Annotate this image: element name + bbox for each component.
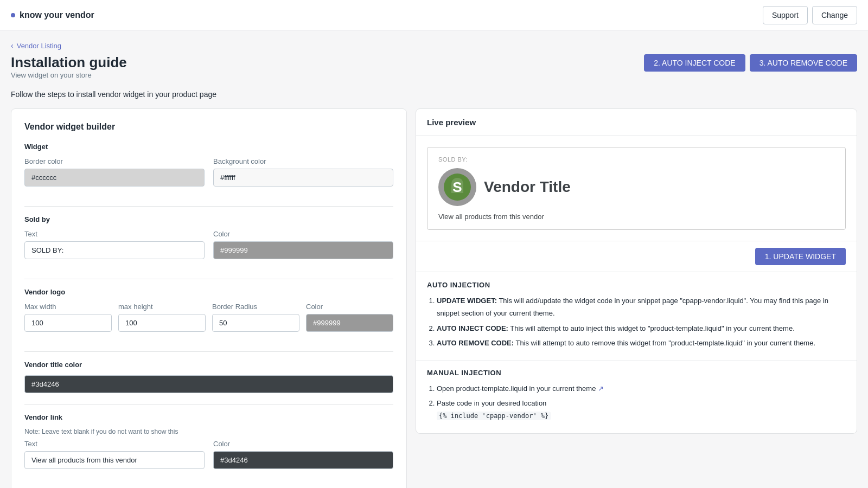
background-color-label: Backgrount color [213,157,393,165]
manual-injection-item-1: Open product-template.liquid in your cur… [437,382,846,395]
vendor-logo-preview: S [438,168,476,206]
title-buttons: 2. AUTO INJECT CODE 3. AUTO REMOVE CODE [644,54,857,72]
divider-2 [24,279,393,279]
auto-injection-item-3: AUTO REMOVE CODE: This will attempt to a… [437,337,846,349]
manual-injection-title: MANUAL INJECTION [427,369,846,377]
background-color-input[interactable] [213,169,393,187]
page-title-left: Installation guide View widget on your s… [11,54,127,88]
view-all-products-link[interactable]: View all products from this vendor [438,213,834,221]
page-title: Installation guide [11,54,127,71]
manual-injection-section: MANUAL INJECTION Open product-template.l… [416,361,857,433]
vendor-title-color-input[interactable] [24,375,393,393]
max-height-group: max height [118,303,206,332]
border-radius-label: Border Radius [212,303,299,311]
vendor-link-note: Note: Leave text blank if you do not wan… [24,428,393,435]
vendor-link-section-label: Vendor link [24,413,393,421]
sold-by-row: Text Color [24,230,393,270]
border-background-row: Border color Backgrount color [24,157,393,197]
vendor-title-color-label: Vendor title color [24,361,393,369]
auto-injection-title: AUTO INJECTION [427,281,846,289]
max-width-label: Max width [24,303,112,311]
page-content: ‹ Vendor Listing Installation guide View… [0,30,868,488]
open-template-link[interactable]: ↗ [598,384,604,393]
background-color-group: Backgrount color [213,157,393,187]
panel-title: Vendor widget builder [24,122,393,132]
vendor-link-color-group: Color [213,440,393,469]
auto-injection-text-2: This will attempt to auto inject this wi… [510,324,794,332]
live-preview-panel: Live preview SOLD BY: S [416,108,857,434]
auto-injection-key-3: AUTO REMOVE CODE: [437,339,514,347]
vendor-link-color-input[interactable] [213,451,393,469]
sold-by-text-label: Text [24,230,205,238]
sold-by-section-label: Sold by [24,215,393,223]
main-columns: Vendor widget builder Widget Border colo… [11,108,857,488]
manual-injection-item-2: Paste code in your desired location {% i… [437,397,846,422]
max-height-label: max height [118,303,206,311]
sold-by-preview-label: SOLD BY: [438,156,834,163]
max-width-input[interactable] [24,314,112,332]
header-left: know your vendor [11,10,94,20]
manual-step-2-text: Paste code in your desired location [437,399,546,407]
logo-color-label: Color [306,303,393,311]
divider-3 [24,351,393,352]
update-widget-row: 1. UPDATE WIDGET [416,241,857,272]
divider-1 [24,206,393,207]
vendor-widget-preview: SOLD BY: S Vendor Title View all pr [427,147,846,230]
vendor-link-text-group: Text [24,440,205,469]
support-button[interactable]: Support [763,6,808,24]
vendor-title-preview: Vendor Title [484,178,571,196]
vendor-link-row: Text Color [24,440,393,480]
auto-injection-item-2: AUTO INJECT CODE: This will attempt to a… [437,322,846,335]
vendor-link-color-label: Color [213,440,393,448]
live-preview-body: SOLD BY: S Vendor Title View all pr [416,136,857,241]
logo-color-input[interactable] [306,314,393,332]
border-color-group: Border color [24,157,205,187]
live-preview-title: Live preview [416,109,857,136]
breadcrumb-arrow: ‹ [11,41,14,50]
sold-by-color-input[interactable] [213,241,393,259]
shopify-logo-icon: S [444,174,471,201]
widget-builder-panel: Vendor widget builder Widget Border colo… [11,108,407,488]
app-title: know your vendor [20,10,94,20]
breadcrumb-label: Vendor Listing [17,42,61,50]
border-color-label: Border color [24,157,205,165]
sold-by-text-group: Text [24,230,205,259]
auto-remove-button[interactable]: 3. AUTO REMOVE CODE [750,54,857,72]
page-subtitle: View widget on your store [11,71,127,79]
sold-by-color-label: Color [213,230,393,238]
max-height-input[interactable] [118,314,206,332]
vendor-link-text-label: Text [24,440,205,448]
auto-injection-item-1: UPDATE WIDGET: This will add/update the … [437,294,846,320]
auto-inject-button[interactable]: 2. AUTO INJECT CODE [644,54,745,72]
widget-section-label: Widget [24,143,393,151]
manual-step-2-code: {% include 'cpapp-vendor' %} [437,412,551,420]
border-color-input[interactable] [24,169,205,187]
manual-injection-list: Open product-template.liquid in your cur… [427,382,846,422]
vendor-logo-row: Max width max height Border Radius Color [24,303,393,343]
sold-by-color-group: Color [213,230,393,259]
border-radius-input[interactable] [212,314,299,332]
max-width-group: Max width [24,303,112,332]
app-header: know your vendor Support Change [0,0,868,30]
breadcrumb[interactable]: ‹ Vendor Listing [11,41,857,50]
vendor-title-color-group [24,375,393,393]
change-button[interactable]: Change [812,6,857,24]
logo-dot [11,13,15,17]
page-title-row: Installation guide View widget on your s… [11,54,857,88]
border-radius-group: Border Radius [212,303,299,332]
update-widget-button[interactable]: 1. UPDATE WIDGET [755,248,846,265]
divider-4 [24,404,393,404]
auto-injection-list: UPDATE WIDGET: This will add/update the … [427,294,846,350]
header-buttons: Support Change [763,6,857,24]
manual-step-1-text: Open product-template.liquid in your cur… [437,384,596,393]
vendor-info-row: S Vendor Title [438,168,834,206]
auto-injection-section: AUTO INJECTION UPDATE WIDGET: This will … [416,272,857,361]
vendor-link-text-input[interactable] [24,451,205,469]
logo-color-group: Color [306,303,393,332]
vendor-logo-section-label: Vendor logo [24,288,393,296]
auto-injection-text-3: This will attempt to auto remove this wi… [515,339,815,347]
install-description: Follow the steps to install vendor widge… [11,90,857,99]
sold-by-text-input[interactable] [24,241,205,259]
auto-injection-key-1: UPDATE WIDGET: [437,297,497,305]
auto-injection-key-2: AUTO INJECT CODE: [437,324,508,332]
